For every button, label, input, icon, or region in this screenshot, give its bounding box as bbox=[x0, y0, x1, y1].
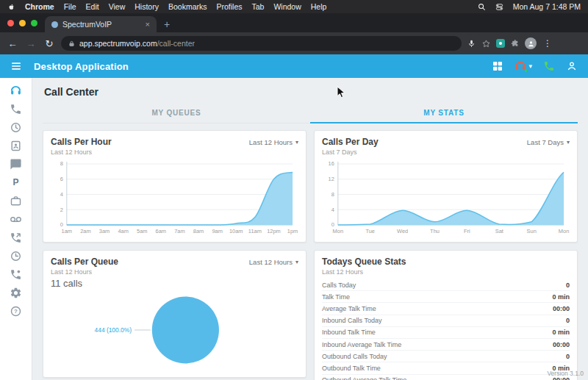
zoom-window-button[interactable] bbox=[31, 20, 37, 26]
card-calls-per-day: Calls Per Day Last 7 Days Last 7 Days ▾ … bbox=[314, 130, 578, 243]
sidebar-item-settings[interactable] bbox=[10, 287, 23, 299]
sidebar-item-company[interactable] bbox=[10, 195, 23, 207]
tab-bar: MY QUEUES MY STATS bbox=[43, 104, 578, 123]
page-title: Call Center bbox=[44, 86, 576, 98]
back-button[interactable]: ← bbox=[6, 39, 19, 49]
chevron-down-icon: ▾ bbox=[567, 139, 570, 146]
tab-title: SpectrumVoIP bbox=[62, 20, 112, 29]
search-icon[interactable] bbox=[478, 3, 486, 11]
svg-text:8: 8 bbox=[331, 191, 334, 198]
agent-status-chevron-icon[interactable]: ▾ bbox=[528, 62, 532, 70]
svg-text:2am: 2am bbox=[80, 228, 90, 234]
svg-text:Thu: Thu bbox=[430, 228, 440, 234]
card-calls-per-queue: Calls Per Queue Last 12 Hours Last 12 Ho… bbox=[43, 250, 306, 378]
calls-per-hour-chart: 024681am2am3am4am5am6am7am8am9am10am11am… bbox=[51, 158, 298, 236]
range-select-day[interactable]: Last 7 Days ▾ bbox=[527, 138, 570, 146]
agent-status-dot bbox=[524, 69, 528, 73]
menu-window[interactable]: Window bbox=[273, 2, 301, 11]
extension-app-icon[interactable] bbox=[496, 39, 505, 48]
stat-row: Outbound Average Talk Time00:00 bbox=[322, 375, 570, 380]
stat-row: Calls Today0 bbox=[322, 279, 570, 291]
stat-row: Inbound Average Talk Time00:00 bbox=[322, 339, 570, 351]
address-bar[interactable]: app.spectrumvoip.com/call-center bbox=[61, 36, 462, 51]
minimize-window-button[interactable] bbox=[19, 20, 26, 26]
browser-menu-icon[interactable]: ⋮ bbox=[542, 39, 553, 48]
sidebar-nav: P ? bbox=[0, 78, 32, 380]
extensions-puzzle-icon[interactable] bbox=[510, 39, 520, 49]
apple-menu[interactable] bbox=[7, 3, 15, 11]
sidebar-item-e911[interactable] bbox=[10, 268, 23, 281]
menu-tab[interactable]: Tab bbox=[251, 2, 264, 11]
svg-text:Sun: Sun bbox=[527, 228, 537, 234]
menu-help[interactable]: Help bbox=[311, 2, 327, 11]
tab-my-queues[interactable]: MY QUEUES bbox=[43, 104, 310, 123]
sidebar-item-parking[interactable]: P bbox=[10, 176, 23, 189]
svg-text:Fri: Fri bbox=[464, 228, 470, 234]
svg-text:Wed: Wed bbox=[397, 228, 408, 234]
svg-text:Sat: Sat bbox=[495, 228, 504, 234]
range-select-hour[interactable]: Last 12 Hours ▾ bbox=[249, 138, 298, 146]
sidebar-item-contacts[interactable] bbox=[10, 140, 23, 152]
refresh-button[interactable]: ↻ bbox=[43, 39, 56, 49]
app-header: Desktop Application ▾ bbox=[0, 54, 588, 78]
svg-text:4: 4 bbox=[60, 191, 63, 198]
range-select-queue[interactable]: Last 12 Hours ▾ bbox=[249, 258, 298, 266]
sidebar-item-voicemail[interactable] bbox=[10, 213, 23, 226]
tab-my-stats[interactable]: MY STATS bbox=[310, 104, 578, 123]
profile-avatar[interactable] bbox=[525, 37, 537, 49]
agent-headset-icon[interactable] bbox=[514, 60, 526, 72]
softphone-icon[interactable] bbox=[543, 60, 555, 72]
mic-icon[interactable] bbox=[467, 39, 476, 49]
browser-tabstrip: SpectrumVoIP × + bbox=[0, 13, 588, 32]
menu-view[interactable]: View bbox=[109, 2, 126, 11]
browser-tab[interactable]: SpectrumVoIP × bbox=[45, 16, 157, 32]
stat-row: Outbound Calls Today0 bbox=[322, 351, 570, 362]
svg-text:10am: 10am bbox=[229, 228, 243, 234]
sidebar-item-call-center[interactable] bbox=[10, 85, 23, 97]
svg-text:Mon: Mon bbox=[333, 228, 343, 234]
svg-text:6am: 6am bbox=[156, 228, 166, 234]
menu-edit[interactable]: Edit bbox=[86, 2, 99, 11]
svg-text:11am: 11am bbox=[248, 228, 262, 234]
forward-button[interactable]: → bbox=[24, 39, 37, 49]
main-panel: Call Center MY QUEUES MY STATS Calls Per… bbox=[32, 78, 588, 380]
sidebar-item-phone[interactable] bbox=[10, 103, 23, 115]
bookmark-star-icon[interactable] bbox=[481, 39, 491, 49]
menu-profiles[interactable]: Profiles bbox=[216, 2, 242, 11]
svg-text:2: 2 bbox=[60, 207, 63, 213]
window-controls bbox=[6, 20, 45, 26]
version-label: Version 3.1.0 bbox=[547, 370, 584, 377]
menu-bookmarks[interactable]: Bookmarks bbox=[168, 2, 207, 11]
sidebar-item-help[interactable]: ? bbox=[10, 305, 23, 318]
close-window-button[interactable] bbox=[7, 20, 14, 26]
card-subtitle: Last 7 Days bbox=[322, 148, 379, 156]
favicon bbox=[51, 21, 58, 28]
apps-grid-icon[interactable] bbox=[492, 60, 503, 72]
account-icon[interactable] bbox=[566, 60, 578, 72]
svg-text:5am: 5am bbox=[137, 228, 147, 234]
svg-text:P: P bbox=[12, 177, 18, 187]
macos-menubar: Chrome File Edit View History Bookmarks … bbox=[0, 0, 588, 13]
svg-text:Tue: Tue bbox=[365, 228, 375, 234]
menubar-app-name[interactable]: Chrome bbox=[25, 2, 54, 11]
control-center-icon[interactable] bbox=[495, 3, 503, 11]
new-tab-button[interactable]: + bbox=[164, 19, 170, 29]
tab-close-icon[interactable]: × bbox=[146, 21, 150, 29]
svg-text:7am: 7am bbox=[174, 228, 184, 234]
card-subtitle: Last 12 Hours bbox=[322, 268, 406, 276]
menu-file[interactable]: File bbox=[64, 2, 76, 11]
stat-row: Inbound Talk Time0 min bbox=[322, 327, 570, 339]
menu-history[interactable]: History bbox=[135, 2, 159, 11]
sidebar-item-chat[interactable] bbox=[10, 158, 23, 171]
svg-text:8: 8 bbox=[60, 160, 63, 167]
sidebar-item-call-history[interactable] bbox=[10, 121, 23, 134]
lock-icon bbox=[68, 40, 75, 47]
sidebar-item-call-forwarding[interactable] bbox=[10, 232, 23, 244]
svg-text:6: 6 bbox=[60, 176, 63, 182]
hamburger-menu-icon[interactable] bbox=[10, 60, 22, 72]
dashboard-grid: Calls Per Hour Last 12 Hours Last 12 Hou… bbox=[43, 130, 578, 380]
card-title: Todays Queue Stats bbox=[322, 257, 406, 267]
url-host: app.spectrumvoip.com bbox=[79, 39, 157, 48]
card-subtitle: Last 12 Hours bbox=[51, 148, 112, 156]
sidebar-item-schedules[interactable] bbox=[10, 250, 23, 262]
